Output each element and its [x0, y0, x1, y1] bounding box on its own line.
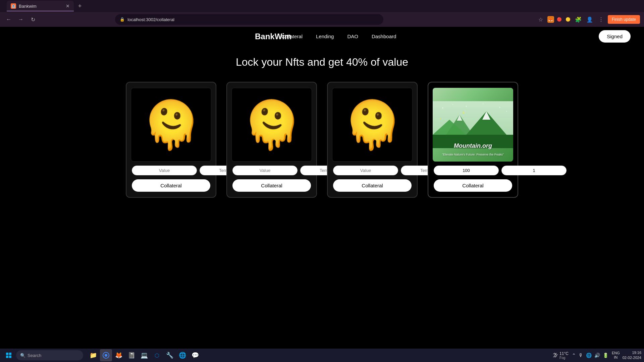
clock-date: 02-02-2024: [623, 355, 641, 360]
card-4-term-input[interactable]: [501, 166, 567, 175]
active-tab[interactable]: 🏦 Bankwim ✕: [7, 1, 74, 11]
mountain-tagline-text: "Elevate Nature's Future: Preserve the P…: [433, 151, 513, 157]
cards-container: 🫠 Collateral 🫠 Collateral 🫠: [0, 82, 644, 198]
nft-image-1: 🫠: [131, 88, 211, 162]
card-1-inputs: [132, 166, 210, 175]
nft-emoji-2: 🫠: [243, 101, 301, 148]
card-3-inputs: [333, 166, 412, 175]
mountain-nft-image: ✦ ✦ Mountain.org "Elevate Nature's Futur…: [433, 88, 513, 162]
new-tab-button[interactable]: +: [75, 1, 85, 11]
volume-icon[interactable]: 🔊: [594, 352, 601, 359]
bookmark-button[interactable]: ☆: [536, 15, 545, 24]
nft-card-3: 🫠 Collateral: [327, 82, 418, 198]
weather-icon: 🌫: [553, 352, 558, 358]
nft-image-4: ✦ ✦ Mountain.org "Elevate Nature's Futur…: [433, 88, 513, 162]
taskbar-clock[interactable]: 19:16 02-02-2024: [623, 350, 641, 361]
taskbar-search-label: Search: [28, 353, 41, 358]
taskbar-app-browser2[interactable]: 🌐: [176, 349, 189, 361]
card-4-inputs: [434, 166, 512, 175]
brand-logo: BankWim: [255, 32, 291, 41]
address-bar[interactable]: 🔒 localhost:3002/collateral: [115, 14, 383, 25]
card-1-collateral-button[interactable]: Collateral: [132, 179, 210, 192]
address-text: localhost:3002/collateral: [127, 17, 174, 22]
ext-icon-2[interactable]: 🔴: [556, 16, 563, 23]
taskbar-app-vscode[interactable]: ⬡: [151, 349, 163, 361]
taskbar-app-whatsapp[interactable]: 💬: [189, 349, 201, 361]
tab-title: Bankwim: [19, 4, 37, 9]
card-4-value-input[interactable]: [434, 166, 499, 175]
nav-links: Collateral Lending DAO Dashboard: [281, 34, 396, 39]
nav-dao[interactable]: DAO: [347, 34, 358, 39]
taskbar-apps: 📁 🦊 📓 💻 ⬡ 🔧 🌐 💬: [87, 349, 201, 361]
profile-button[interactable]: 👤: [585, 15, 594, 24]
back-button[interactable]: ←: [4, 15, 13, 24]
card-2-value-input[interactable]: [232, 166, 298, 175]
svg-point-3: [466, 106, 467, 107]
svg-point-2: [452, 104, 453, 105]
card-3-collateral-button[interactable]: Collateral: [333, 179, 412, 192]
tab-favicon: 🏦: [11, 3, 16, 9]
ext-metamask-icon[interactable]: 🦊: [547, 16, 554, 23]
page-title: Lock your Nfts and get 40% of value: [0, 56, 644, 68]
ssl-lock-icon: 🔒: [120, 17, 125, 22]
svg-point-5: [499, 107, 500, 108]
card-2-collateral-button[interactable]: Collateral: [232, 179, 311, 192]
taskbar-app-files[interactable]: 📁: [87, 349, 99, 361]
finish-update-button[interactable]: Finish update: [608, 15, 640, 24]
menu-button[interactable]: ⋮: [596, 15, 606, 24]
taskbar-search[interactable]: 🔍 Search: [16, 350, 83, 360]
card-1-value-input[interactable]: [132, 166, 197, 175]
card-3-value-input[interactable]: [333, 166, 398, 175]
svg-text:✦: ✦: [462, 111, 465, 115]
start-button[interactable]: [3, 349, 15, 361]
nft-image-3: 🫠: [332, 88, 413, 162]
app-content: BankWim Collateral Lending DAO Dashboard…: [0, 27, 644, 349]
taskbar-app-terminal[interactable]: 💻: [138, 349, 150, 361]
mic-icon[interactable]: 🎙: [578, 352, 584, 359]
browser-toolbar: ← → ↻ 🔒 localhost:3002/collateral ☆ 🦊 🔴 …: [0, 12, 644, 27]
taskbar-app-git[interactable]: 🔧: [164, 349, 176, 361]
browser-chrome: 🏦 Bankwim ✕ + ← → ↻ 🔒 localhost:3002/col…: [0, 0, 644, 27]
weather-condition: Fog: [559, 356, 569, 360]
nav-dashboard[interactable]: Dashboard: [372, 34, 396, 39]
taskbar-weather: 🌫 11°C Fog: [553, 351, 569, 360]
taskbar-sys-icons: ⌃ 🎙 🌐 🔊 🔋: [571, 352, 609, 359]
clock-time: 19:16: [623, 350, 641, 355]
taskbar: 🔍 Search 📁 🦊 📓 💻 ⬡ 🔧 🌐 💬 🌫 11°C Fog ⌃ 🎙 …: [0, 349, 644, 362]
mountain-org-name: Mountain.org: [433, 142, 513, 149]
svg-point-6: [506, 111, 507, 112]
card-4-collateral-button[interactable]: Collateral: [434, 179, 512, 192]
network-icon[interactable]: 🌐: [585, 352, 592, 359]
battery-icon[interactable]: 🔋: [602, 352, 609, 359]
taskbar-app-notion[interactable]: 📓: [125, 349, 138, 361]
card-2-inputs: [232, 166, 311, 175]
tab-close-button[interactable]: ✕: [66, 3, 70, 9]
nft-card-1: 🫠 Collateral: [126, 82, 216, 198]
nft-card-4: ✦ ✦ Mountain.org "Elevate Nature's Futur…: [428, 82, 518, 198]
taskbar-app-chrome[interactable]: [100, 349, 112, 361]
chevron-up-icon[interactable]: ⌃: [571, 352, 577, 359]
weather-temp: 11°C: [559, 351, 569, 356]
toolbar-right: ☆ 🦊 🔴 🟡 🧩 👤 ⋮ Finish update: [536, 15, 640, 24]
navbar: BankWim Collateral Lending DAO Dashboard…: [0, 27, 644, 46]
taskbar-search-icon: 🔍: [20, 353, 25, 358]
extensions-button[interactable]: 🧩: [574, 15, 583, 24]
ext-icon-3[interactable]: 🟡: [565, 16, 572, 23]
signed-button[interactable]: Signed: [599, 30, 631, 43]
nft-card-2: 🫠 Collateral: [226, 82, 317, 198]
nft-image-2: 🫠: [231, 88, 312, 162]
language-indicator[interactable]: ENG IN: [612, 351, 620, 360]
windows-icon: [6, 353, 11, 358]
nft-emoji-3: 🫠: [343, 101, 402, 148]
taskbar-right: 🌫 11°C Fog ⌃ 🎙 🌐 🔊 🔋 ENG IN 19:16 02-02-…: [553, 350, 641, 361]
svg-text:✦: ✦: [439, 117, 442, 120]
svg-point-4: [483, 104, 483, 104]
forward-button[interactable]: →: [16, 15, 25, 24]
browser-tabs: 🏦 Bankwim ✕ +: [0, 0, 644, 12]
nft-emoji-1: 🫠: [142, 101, 201, 148]
svg-point-1: [442, 108, 443, 109]
svg-point-16: [105, 354, 107, 357]
nav-lending[interactable]: Lending: [316, 34, 334, 39]
reload-button[interactable]: ↻: [28, 15, 38, 24]
taskbar-app-firefox[interactable]: 🦊: [113, 349, 125, 361]
